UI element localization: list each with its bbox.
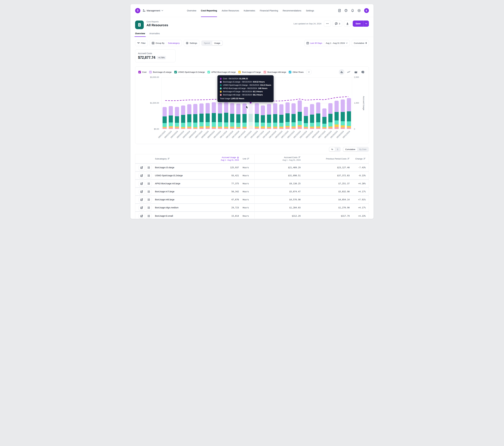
legend-checkbox-icon[interactable] <box>138 71 141 73</box>
ellipsis-icon <box>326 23 329 24</box>
bar-08/22/2024[interactable] <box>290 77 297 129</box>
bar-08/27/2024[interactable] <box>321 77 327 129</box>
filter-button[interactable]: Filter <box>135 40 148 46</box>
bar-08/23/2024[interactable] <box>297 77 303 129</box>
bar-08/05/2024[interactable] <box>186 77 192 129</box>
bar-segment <box>199 126 204 128</box>
settings-button[interactable]: Settings <box>184 40 199 46</box>
breakdown-grid-button[interactable] <box>146 205 152 210</box>
user-avatar[interactable]: E <box>364 8 369 13</box>
bar-08/06/2024[interactable] <box>192 77 198 129</box>
legend-item[interactable]: Cost <box>138 71 146 73</box>
bar-08/04/2024[interactable] <box>180 77 186 129</box>
legend-item[interactable]: BoxUsage:c5.xlarge <box>149 71 172 73</box>
add-to-chart-button[interactable] <box>139 173 145 178</box>
bar-08/30/2024[interactable] <box>340 77 346 129</box>
legend-item[interactable]: BoxUsage:m6i.large <box>264 71 286 73</box>
vantage-logo-icon[interactable] <box>135 8 140 13</box>
bar-08/24/2024[interactable] <box>303 77 309 129</box>
nav-item-kubernetes[interactable]: Kubernetes <box>244 4 255 17</box>
col-previous-costs[interactable]: Previous Period Costs <box>302 156 351 162</box>
bar-08/07/2024[interactable] <box>198 77 205 129</box>
add-to-chart-button[interactable] <box>139 213 145 219</box>
spend-toggle[interactable]: Spend <box>202 41 212 45</box>
help-icon[interactable] <box>344 9 348 12</box>
nav-item-overview[interactable]: Overview <box>187 4 196 17</box>
notifications-bell-icon[interactable] <box>351 9 354 12</box>
tab-overview[interactable]: Overview <box>135 32 145 37</box>
add-to-chart-button[interactable] <box>139 197 145 202</box>
dollar-toggle[interactable]: $ <box>335 147 340 151</box>
bar-segment <box>169 123 173 126</box>
bar-08/03/2024[interactable] <box>174 77 180 129</box>
bar-segment <box>279 104 284 115</box>
sort-icon <box>247 158 249 160</box>
percent-toggle[interactable]: % <box>329 147 335 151</box>
col-unit[interactable]: Unit <box>240 156 254 162</box>
legend-item[interactable]: BoxUsage:m7i.large <box>238 71 261 73</box>
aggregation-button[interactable]: Cumulative <box>352 40 369 46</box>
bar-08/02/2024[interactable] <box>168 77 174 129</box>
bar-08/08/2024[interactable] <box>205 77 211 129</box>
bar-08/01/2024[interactable] <box>162 77 168 129</box>
line-chart-icon[interactable] <box>346 69 351 75</box>
col-subcategory[interactable]: Subcategory <box>155 156 217 162</box>
add-to-chart-button[interactable] <box>139 205 145 210</box>
nav-item-cost-reporting[interactable]: Cost Reporting <box>201 4 217 17</box>
bar-08/21/2024[interactable] <box>284 77 290 129</box>
bar-08/20/2024[interactable] <box>278 77 284 129</box>
area-chart-icon[interactable] <box>353 69 359 75</box>
breakdown-grid-button[interactable] <box>146 181 152 186</box>
pie-chart-icon[interactable] <box>360 69 366 75</box>
nav-item-recommendations[interactable]: Recommendations <box>283 4 301 17</box>
save-button[interactable]: Save <box>353 20 363 27</box>
documents-icon[interactable] <box>338 9 341 12</box>
nav-item-settings[interactable]: Settings <box>306 4 314 17</box>
col-accrued-usage[interactable]: Accrued Usage Aug 1 - Aug 31, 2024 <box>217 154 240 163</box>
add-circle-icon[interactable] <box>358 9 361 12</box>
bar-08/26/2024[interactable] <box>315 77 321 129</box>
group-by-button[interactable]: Group By Subcategory <box>150 40 182 46</box>
bar-08/25/2024[interactable] <box>309 77 315 129</box>
bar-08/09/2024[interactable] <box>211 77 217 129</box>
breakdown-grid-button[interactable] <box>146 197 152 202</box>
add-to-chart-button[interactable] <box>139 165 145 170</box>
download-button[interactable] <box>344 20 351 27</box>
usage-toggle[interactable]: Usage <box>212 41 222 45</box>
legend-label: BoxUsage:m6i.large <box>268 71 286 73</box>
breakdown-grid-button[interactable] <box>146 173 152 178</box>
tab-anomalies[interactable]: Anomalies <box>149 32 160 37</box>
legend-item[interactable]: Other Rows <box>289 71 304 73</box>
add-to-chart-button[interactable] <box>139 189 145 194</box>
legend-more-button[interactable] <box>306 70 311 74</box>
breakdown-grid-button[interactable] <box>146 165 152 170</box>
col-change[interactable]: Change <box>351 156 369 162</box>
workspace-switcher[interactable]: Management <box>143 9 163 12</box>
cumulative-toggle[interactable]: Cumulative <box>343 147 357 151</box>
legend-checkbox-icon[interactable] <box>174 71 177 73</box>
stacked-bar <box>175 107 179 129</box>
breakdown-grid-button[interactable] <box>146 189 152 194</box>
add-to-chart-button[interactable] <box>139 181 145 186</box>
nav-item-financial-planning[interactable]: Financial Planning <box>260 4 278 17</box>
legend-checkbox-icon[interactable] <box>207 71 210 73</box>
stacked-bar <box>230 103 234 129</box>
legend-item[interactable]: USW2-SpotUsage:t3.2xlarge <box>174 71 205 73</box>
bar-08/28/2024[interactable] <box>327 77 334 129</box>
bar-08/31/2024[interactable] <box>346 77 352 129</box>
more-actions-button[interactable] <box>324 20 331 27</box>
bar-chart-icon[interactable] <box>339 69 344 75</box>
bar-08/29/2024[interactable] <box>334 77 340 129</box>
date-range-button[interactable]: Last 30 Days Aug 1 - Aug 31 2024 <box>304 40 350 46</box>
legend-item[interactable]: APN2-BoxUsage:m5.large <box>207 71 236 73</box>
save-options-button[interactable] <box>363 20 369 27</box>
nav-item-active-resources[interactable]: Active Resources <box>222 4 239 17</box>
legend-checkbox-icon[interactable] <box>264 71 266 73</box>
by-date-toggle[interactable]: By Date <box>357 147 368 151</box>
comments-button[interactable]: 3 <box>333 20 342 27</box>
legend-checkbox-icon[interactable] <box>149 71 152 73</box>
legend-checkbox-icon[interactable] <box>238 71 241 73</box>
col-accrued-costs[interactable]: Accrued Costs Aug 1 - Aug 31, 2024 <box>254 154 302 163</box>
legend-checkbox-icon[interactable] <box>289 71 291 73</box>
breakdown-grid-button[interactable] <box>146 213 152 219</box>
